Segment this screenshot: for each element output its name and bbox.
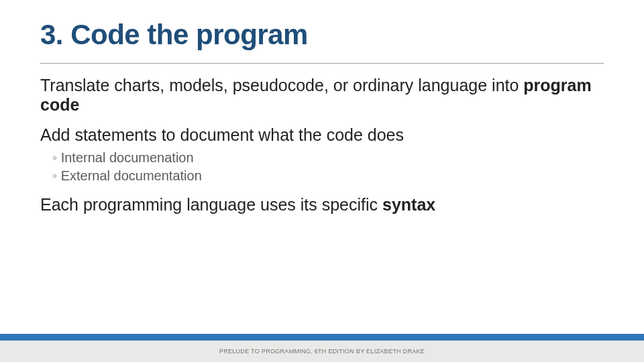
sub-bullet-2: External documentation [52,168,604,184]
footer-text: PRELUDE TO PROGRAMMING, 6TH EDITION BY E… [219,348,425,355]
footer-bar: PRELUDE TO PROGRAMMING, 6TH EDITION BY E… [0,341,644,362]
paragraph-2: Add statements to document what the code… [40,125,604,145]
title-divider [40,63,604,64]
footer-band: PRELUDE TO PROGRAMMING, 6TH EDITION BY E… [0,334,644,362]
footer-accent-bar [0,334,644,341]
paragraph-1-text: Translate charts, models, pseudocode, or… [40,76,523,95]
sub-bullets: Internal documenation External documenta… [40,149,604,184]
slide-title: 3. Code the program [40,19,604,51]
slide: 3. Code the program Translate charts, mo… [0,0,644,362]
paragraph-3: Each programming language uses its speci… [40,195,604,215]
paragraph-1: Translate charts, models, pseudocode, or… [40,76,604,115]
sub-bullet-1: Internal documenation [52,149,604,166]
paragraph-3-bold: syntax [382,195,435,214]
paragraph-3-text: Each programming language uses its speci… [40,195,382,214]
